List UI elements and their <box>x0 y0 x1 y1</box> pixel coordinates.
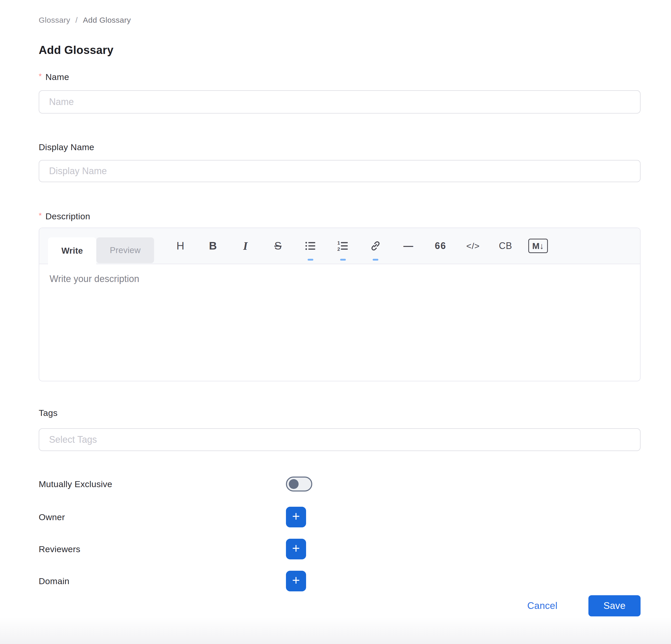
tab-preview[interactable]: Preview <box>96 237 154 263</box>
bulleted-list-icon[interactable] <box>299 228 322 264</box>
domain-label: Domain <box>39 576 286 586</box>
numbered-list-icon[interactable]: 12 <box>332 228 354 264</box>
owner-label: Owner <box>39 512 286 522</box>
svg-text:2: 2 <box>337 246 340 252</box>
name-label: * Name <box>39 71 641 82</box>
mutually-exclusive-row: Mutually Exclusive <box>39 473 641 495</box>
description-label-text: Description <box>46 210 90 222</box>
blockquote-icon[interactable]: 66 <box>429 228 452 264</box>
cancel-button[interactable]: Cancel <box>527 601 557 611</box>
breadcrumb-current-page: Add Glossary <box>83 16 131 25</box>
reviewers-row: Reviewers + <box>39 539 641 559</box>
svg-text:1: 1 <box>337 240 340 246</box>
description-editor-toolbar: Write Preview HBIS12—66</>CBM↓ <box>39 228 640 264</box>
description-input[interactable] <box>39 264 640 381</box>
inline-code-icon[interactable]: </> <box>462 228 484 264</box>
breadcrumb-separator: / <box>75 16 78 25</box>
badge-dot <box>340 259 346 261</box>
name-input[interactable] <box>39 90 641 114</box>
domain-row: Domain + <box>39 571 641 591</box>
owner-row: Owner + <box>39 507 641 527</box>
tags-label: Tags <box>39 407 641 418</box>
markdown-icon[interactable]: M↓ <box>527 228 549 264</box>
description-editor-body <box>39 264 640 381</box>
display-name-label: Display Name <box>39 141 641 153</box>
display-name-label-text: Display Name <box>39 141 94 153</box>
italic-icon[interactable]: I <box>234 228 257 264</box>
add-glossary-page: Glossary / Add Glossary Add Glossary * N… <box>0 0 671 617</box>
form-actions: Cancel Save <box>39 595 641 617</box>
page-title: Add Glossary <box>39 43 641 57</box>
description-editor: Write Preview HBIS12—66</>CBM↓ <box>39 228 641 381</box>
toggle-knob <box>289 479 299 489</box>
tags-select-input[interactable] <box>39 428 641 451</box>
add-owner-button[interactable]: + <box>286 507 306 527</box>
reviewers-label: Reviewers <box>39 544 286 554</box>
badge-dot <box>308 259 313 261</box>
editor-tabs: Write Preview <box>48 228 154 264</box>
required-asterisk: * <box>39 210 42 220</box>
heading-icon[interactable]: H <box>169 228 192 264</box>
badge-dot <box>373 259 378 261</box>
mutually-exclusive-toggle[interactable] <box>286 477 312 491</box>
strikethrough-icon[interactable]: S <box>267 228 289 264</box>
horizontal-rule-icon[interactable]: — <box>397 228 419 264</box>
save-button[interactable]: Save <box>588 595 641 616</box>
description-toolbar-icons: HBIS12—66</>CBM↓ <box>169 228 549 264</box>
add-domain-button[interactable]: + <box>286 571 306 591</box>
required-asterisk: * <box>39 71 42 81</box>
name-label-text: Name <box>46 71 69 82</box>
link-icon[interactable] <box>364 228 387 264</box>
add-reviewer-button[interactable]: + <box>286 539 306 559</box>
display-name-input[interactable] <box>39 160 641 182</box>
tags-label-text: Tags <box>39 407 58 418</box>
breadcrumb-glossary-link[interactable]: Glossary <box>39 16 70 25</box>
mutually-exclusive-label: Mutually Exclusive <box>39 479 286 489</box>
bold-icon[interactable]: B <box>202 228 224 264</box>
description-label: * Description <box>39 210 641 222</box>
tab-write[interactable]: Write <box>48 237 96 264</box>
code-block-icon[interactable]: CB <box>494 228 517 264</box>
breadcrumb: Glossary / Add Glossary <box>39 15 641 25</box>
page-bottom-strip <box>0 617 671 644</box>
